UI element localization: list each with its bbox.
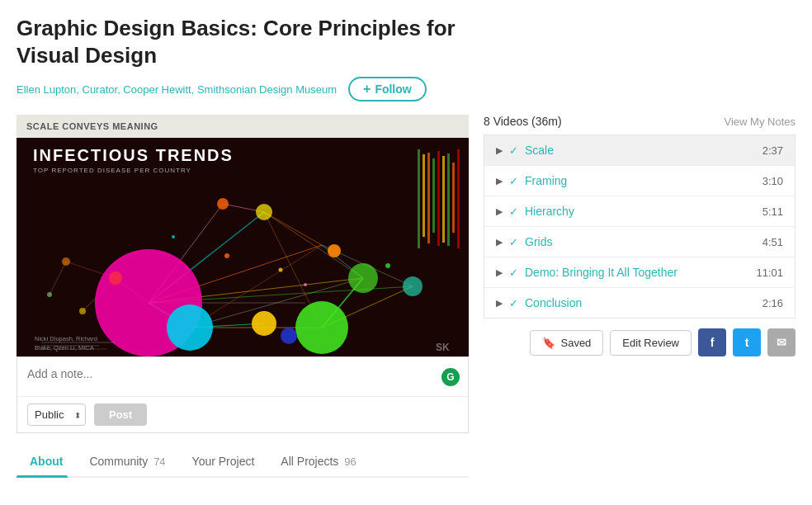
video-frame[interactable]: INFECTIOUS TRENDS TOP REPORTED DISEASE P… (17, 138, 469, 356)
svg-rect-7 (437, 151, 440, 246)
grammarly-icon: G (441, 368, 460, 386)
video-section-label: SCALE CONVEYS MEANING (17, 115, 469, 138)
twitter-icon: t (745, 336, 749, 349)
play-icon: ▶ (496, 145, 503, 156)
video-row-framing[interactable]: ▶ ✓ Framing 3:10 (484, 166, 795, 196)
video-title: Demo: Bringing It All Together (525, 266, 756, 279)
check-icon: ✓ (509, 205, 518, 218)
video-row-scale[interactable]: ▶ ✓ Scale 2:37 (484, 135, 795, 166)
author-link[interactable]: Ellen Lupton, Curator, Cooper Hewitt, Sm… (17, 83, 337, 96)
bottom-section: About Community 74 Your Project All Proj… (17, 433, 469, 478)
play-icon: ▶ (496, 176, 503, 186)
video-title: Hierarchy (525, 205, 762, 218)
svg-rect-3 (418, 149, 420, 248)
video-duration: 2:16 (762, 297, 783, 309)
follow-plus-icon: + (363, 82, 371, 97)
author-row: Ellen Lupton, Curator, Cooper Hewitt, Sm… (17, 77, 795, 101)
svg-text:Nicki Dlupash, Richard: Nicki Dlupash, Richard (35, 335, 97, 342)
svg-point-42 (295, 301, 348, 354)
svg-text:TOP REPORTED DISEASE PER COUNT: TOP REPORTED DISEASE PER COUNTRY (33, 167, 191, 174)
video-row-demo[interactable]: ▶ ✓ Demo: Bringing It All Together 11:01 (484, 257, 795, 288)
mail-icon: ✉ (777, 336, 786, 349)
svg-rect-11 (457, 149, 460, 248)
svg-text:INFECTIOUS TRENDS: INFECTIOUS TRENDS (33, 146, 234, 164)
bottom-tabs: About Community 74 Your Project All Proj… (17, 446, 469, 478)
video-row-hierarchy[interactable]: ▶ ✓ Hierarchy 5:11 (484, 196, 795, 227)
video-title: Conclusion (525, 296, 762, 309)
video-row-grids[interactable]: ▶ ✓ Grids 4:51 (484, 227, 795, 257)
play-icon: ▶ (496, 267, 503, 278)
svg-rect-9 (447, 153, 450, 246)
svg-point-44 (281, 328, 297, 344)
email-share-button[interactable]: ✉ (767, 328, 795, 356)
edit-review-button[interactable]: Edit Review (610, 330, 692, 356)
svg-point-35 (224, 253, 229, 258)
svg-rect-5 (427, 153, 430, 243)
saved-button[interactable]: 🔖 Saved (530, 330, 603, 356)
svg-rect-10 (452, 163, 455, 233)
check-icon: ✓ (509, 144, 518, 157)
svg-point-36 (279, 268, 283, 272)
svg-point-53 (47, 292, 52, 297)
play-icon: ▶ (496, 237, 503, 248)
view-notes-link[interactable]: View My Notes (725, 116, 795, 128)
tab-about[interactable]: About (17, 446, 76, 476)
follow-button[interactable]: + Follow (348, 77, 427, 101)
svg-point-50 (109, 271, 122, 285)
actions-row: 🔖 Saved Edit Review f t ✉ (484, 328, 795, 356)
check-icon: ✓ (509, 267, 518, 279)
svg-point-46 (348, 263, 378, 293)
right-panel: 8 Videos (36m) View My Notes ▶ ✓ Scale 2… (484, 115, 795, 478)
svg-point-49 (403, 276, 423, 296)
visibility-select-wrapper: Public Private ⬍ (27, 404, 86, 426)
svg-point-47 (217, 198, 229, 210)
play-icon: ▶ (496, 206, 503, 217)
note-controls: Public Private ⬍ Post (17, 397, 468, 432)
video-duration: 5:11 (762, 205, 783, 218)
visibility-select[interactable]: Public Private (27, 404, 86, 426)
tab-your-project[interactable]: Your Project (179, 446, 268, 476)
note-input-row: G (17, 357, 468, 397)
tab-active-indicator (17, 475, 68, 478)
svg-rect-4 (423, 154, 425, 237)
videos-header: 8 Videos (36m) View My Notes (484, 115, 795, 128)
play-icon: ▶ (496, 298, 503, 309)
bookmark-icon: 🔖 (542, 337, 555, 349)
note-area: G Public Private ⬍ Post (17, 356, 469, 433)
twitter-share-button[interactable]: t (733, 328, 761, 356)
video-title: Framing (525, 174, 762, 187)
visualization: INFECTIOUS TRENDS TOP REPORTED DISEASE P… (17, 138, 469, 356)
check-icon: ✓ (509, 175, 518, 187)
facebook-share-button[interactable]: f (698, 328, 726, 356)
svg-point-52 (79, 308, 86, 314)
video-title: Scale (525, 144, 762, 157)
videos-count: 8 Videos (36m) (484, 115, 562, 128)
tab-all-projects[interactable]: All Projects 96 (267, 446, 369, 476)
svg-point-37 (172, 235, 175, 238)
saved-label: Saved (560, 337, 591, 349)
svg-rect-8 (442, 156, 445, 243)
video-row-conclusion[interactable]: ▶ ✓ Conclusion 2:16 (484, 288, 795, 318)
check-icon: ✓ (509, 297, 518, 309)
left-panel: SCALE CONVEYS MEANING INFECTIOUS TRENDS … (17, 115, 469, 478)
svg-point-43 (252, 311, 276, 336)
tab-community[interactable]: Community 74 (76, 446, 178, 476)
svg-point-41 (167, 304, 213, 351)
note-input[interactable] (17, 357, 468, 394)
svg-point-45 (328, 244, 341, 257)
video-list: ▶ ✓ Scale 2:37 ▶ ✓ Framing 3:10 ▶ ✓ Hier… (484, 135, 795, 319)
svg-point-39 (304, 283, 307, 286)
svg-point-51 (62, 257, 70, 266)
svg-point-48 (256, 204, 272, 220)
svg-text:SK: SK (436, 342, 450, 353)
video-duration: 4:51 (762, 236, 783, 248)
follow-label: Follow (375, 83, 411, 96)
video-duration: 3:10 (762, 175, 783, 187)
svg-rect-6 (432, 158, 435, 233)
video-title: Grids (525, 235, 762, 248)
main-content: SCALE CONVEYS MEANING INFECTIOUS TRENDS … (17, 115, 795, 478)
svg-point-38 (385, 263, 390, 268)
check-icon: ✓ (509, 236, 518, 248)
post-button[interactable]: Post (94, 404, 147, 426)
facebook-icon: f (710, 336, 715, 349)
